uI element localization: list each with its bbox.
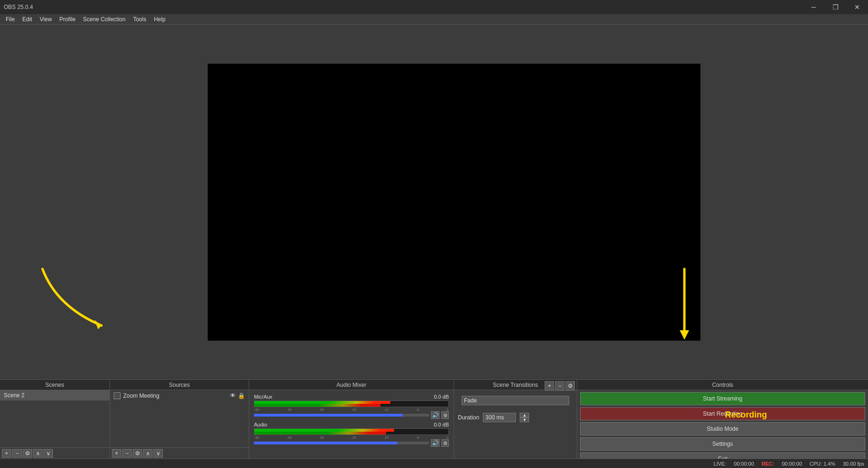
menu-help[interactable]: Help <box>150 15 169 24</box>
audio-panel-title: Audio Mixer <box>337 382 366 388</box>
scenes-remove-button[interactable]: − <box>12 449 22 458</box>
source-name: Zoom Meeting <box>123 393 160 399</box>
sources-remove-button[interactable]: − <box>122 449 132 458</box>
source-type-icon: □ <box>114 393 120 399</box>
live-timer: 00:00:00 <box>734 461 754 467</box>
menubar: File Edit View Profile Scene Collection … <box>0 14 868 25</box>
meter-scale-audio: -60-40-30-20-10-50 <box>254 436 449 439</box>
duration-input[interactable] <box>483 413 516 422</box>
menu-profile[interactable]: Profile <box>56 15 79 24</box>
sources-panel-title: Sources <box>169 382 190 388</box>
list-item[interactable]: Scene 2 <box>0 390 110 401</box>
bottom-panels: Scenes Scene 2 + − ⚙ ∧ ∨ Sources □ <box>0 379 868 459</box>
audio-panel-header: Audio Mixer <box>249 380 454 390</box>
exit-button[interactable]: Exit <box>580 452 865 459</box>
audio-channels: Mic/Aux 0.0 dB -60-40-30-20-10-50 <box>249 390 454 459</box>
sources-add-button[interactable]: + <box>112 449 121 458</box>
start-streaming-button[interactable]: Start Streaming <box>580 392 865 405</box>
audio-controls-audio: 🔊 ⚙ <box>254 439 449 447</box>
sources-up-button[interactable]: ∧ <box>143 449 152 458</box>
scenes-up-button[interactable]: ∧ <box>33 449 42 458</box>
window-controls: ─ ❐ ✕ <box>803 0 868 14</box>
preview-row <box>0 25 868 379</box>
source-lock-icon[interactable]: 🔒 <box>238 393 245 399</box>
mute-button-audio[interactable]: 🔊 <box>431 439 439 447</box>
scenes-add-button[interactable]: + <box>2 449 11 458</box>
rec-label: REC: <box>762 461 775 467</box>
scenes-panel: Scenes Scene 2 + − ⚙ ∧ ∨ <box>0 380 110 459</box>
duration-up-button[interactable]: ▲ <box>520 413 529 418</box>
minimize-button[interactable]: ─ <box>803 0 825 14</box>
controls-panel-title: Controls <box>712 382 733 388</box>
settings-button[interactable]: Settings <box>580 437 865 451</box>
meter-scale-mic: -60-40-30-20-10-50 <box>254 408 449 411</box>
scenes-list: Scene 2 + − ⚙ ∧ ∨ <box>0 390 110 459</box>
main-layout: Scenes Scene 2 + − ⚙ ∧ ∨ Sources □ <box>0 25 868 468</box>
sources-list: □ Zoom Meeting 👁 🔒 + − ⚙ ∧ ∨ <box>110 390 249 459</box>
source-visibility-icon[interactable]: 👁 <box>230 392 236 399</box>
preview-canvas <box>208 64 700 341</box>
transitions-panel: Scene Transitions + − ⚙ Fade Duration <box>454 380 577 459</box>
preview-container <box>110 25 798 379</box>
sources-settings-button[interactable]: ⚙ <box>133 449 142 458</box>
restore-button[interactable]: ❐ <box>825 0 846 14</box>
transitions-add-button[interactable]: + <box>545 381 554 391</box>
app-title: OBS 25.0.4 <box>4 4 33 10</box>
channel-name-audio: Audio <box>254 422 267 427</box>
audio-channel-mic: Mic/Aux 0.0 dB -60-40-30-20-10-50 <box>251 392 452 420</box>
volume-slider-audio[interactable] <box>254 442 429 444</box>
menu-scene-collection[interactable]: Scene Collection <box>79 15 129 24</box>
cpu-label: CPU: 1.4% <box>809 461 835 467</box>
transition-select[interactable]: Fade <box>462 396 569 405</box>
transitions-remove-button[interactable]: − <box>555 381 565 391</box>
channel-db-audio: 0.0 dB <box>434 422 449 427</box>
menu-edit[interactable]: Edit <box>18 15 36 24</box>
audio-channel-audio: Audio 0.0 dB -60-40-30-20-10-50 <box>251 420 452 448</box>
transitions-panel-header: Scene Transitions + − ⚙ <box>454 380 577 390</box>
duration-row: Duration ▲ ▼ <box>454 411 577 424</box>
transitions-panel-title: Scene Transitions <box>493 382 538 388</box>
controls-content: Start Streaming Start Recording Studio M… <box>577 390 868 459</box>
list-item[interactable]: □ Zoom Meeting 👁 🔒 <box>110 390 249 401</box>
right-sidebar <box>798 25 868 379</box>
fps-label: 30.00 fps <box>843 461 864 467</box>
audio-mixer-panel: Audio Mixer Mic/Aux 0.0 dB -60-40-30-20 <box>249 380 454 459</box>
left-sidebar <box>0 25 110 379</box>
audio-settings-mic[interactable]: ⚙ <box>441 411 449 419</box>
transitions-content: Fade Duration ▲ ▼ <box>454 390 577 459</box>
sources-panel-header: Sources <box>110 380 249 390</box>
scenes-panel-title: Scenes <box>45 382 64 388</box>
statusbar: LIVE: 00:00:00 REC: 00:00:00 CPU: 1.4% 3… <box>0 459 868 468</box>
transitions-settings-button[interactable]: ⚙ <box>565 381 575 391</box>
duration-down-button[interactable]: ▼ <box>520 418 529 422</box>
audio-controls-mic: 🔊 ⚙ <box>254 411 449 419</box>
channel-name-mic: Mic/Aux <box>254 394 272 400</box>
rec-timer: 00:00:00 <box>782 461 802 467</box>
scenes-panel-header: Scenes <box>0 380 110 390</box>
controls-panel: Controls Start Streaming Start Recording… <box>577 380 868 459</box>
volume-slider-mic[interactable] <box>254 414 429 417</box>
channel-db-mic: 0.0 dB <box>434 394 449 400</box>
studio-mode-button[interactable]: Studio Mode <box>580 422 865 435</box>
duration-label: Duration <box>458 414 479 421</box>
scenes-down-button[interactable]: ∨ <box>43 449 53 458</box>
audio-settings-audio[interactable]: ⚙ <box>441 439 449 447</box>
sources-panel: Sources □ Zoom Meeting 👁 🔒 + − ⚙ ∧ ∨ <box>110 380 249 459</box>
transitions-header-controls: + − ⚙ <box>545 381 575 391</box>
menu-file[interactable]: File <box>2 15 18 24</box>
start-recording-button[interactable]: Start Recording <box>580 407 865 420</box>
sources-down-button[interactable]: ∨ <box>153 449 163 458</box>
titlebar: OBS 25.0.4 ─ ❐ ✕ <box>0 0 868 14</box>
mute-button-mic[interactable]: 🔊 <box>431 411 439 419</box>
menu-view[interactable]: View <box>36 15 56 24</box>
close-button[interactable]: ✕ <box>846 0 868 14</box>
live-label: LIVE: <box>714 461 726 467</box>
controls-panel-header: Controls <box>577 380 868 390</box>
scenes-settings-button[interactable]: ⚙ <box>23 449 32 458</box>
menu-tools[interactable]: Tools <box>129 15 150 24</box>
